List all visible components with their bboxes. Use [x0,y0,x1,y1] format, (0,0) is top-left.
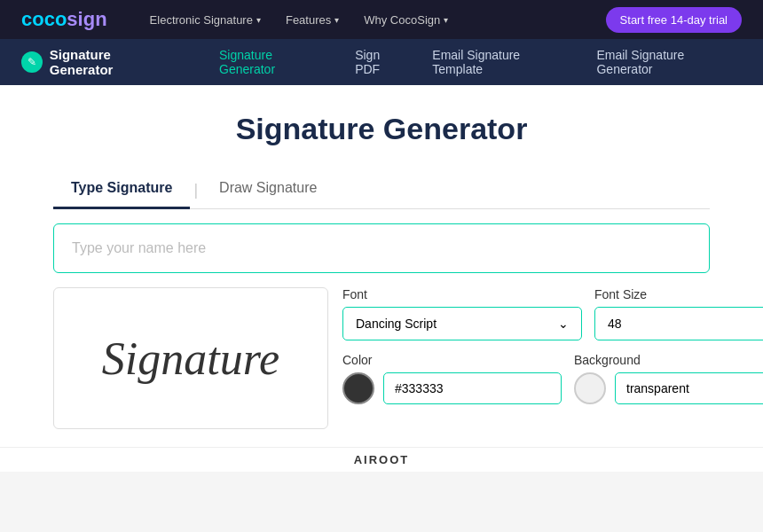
tab-divider: | [190,181,201,200]
sub-nav-links: Signature Generator Sign PDF Email Signa… [219,48,742,76]
chevron-down-icon: ▾ [444,15,448,25]
nav-link-why[interactable]: Why CocoSign ▾ [364,13,448,27]
chevron-down-icon: ▾ [256,15,261,25]
color-input[interactable] [383,372,562,404]
logo: cocosign [21,8,107,31]
color-swatch[interactable] [342,372,374,404]
font-size-value: 48 [608,317,622,331]
controls-panel: Font Dancing Script ⌄ Font Size 48 ⌄ [342,287,763,429]
font-size-field: Font Size 48 ⌄ [594,287,763,340]
font-select[interactable]: Dancing Script ⌄ [342,307,582,340]
color-label: Color [342,353,562,367]
signature-tabs: Type Signature | Draw Signature [53,171,710,209]
logo-sign: sign [67,8,106,30]
font-size-label: Font Size [594,287,763,301]
nav-link-features-label: Features [286,13,331,27]
brand-text: Signature Generator [50,47,177,77]
font-field: Font Dancing Script ⌄ [342,287,582,340]
chevron-down-icon: ⌄ [558,317,569,331]
font-label: Font [342,287,582,301]
color-field: Color [342,353,562,404]
pen-icon: ✎ [28,56,36,68]
main-content: Signature Generator Type Signature | Dra… [0,85,763,447]
controls-row: Signature Font Dancing Script ⌄ Font Siz… [53,287,710,429]
sub-nav: ✎ Signature Generator Signature Generato… [0,39,763,85]
subnav-email-signature-template[interactable]: Email Signature Template [432,48,571,76]
font-size-select[interactable]: 48 ⌄ [594,307,763,340]
signature-preview: Signature [53,287,328,429]
sub-nav-brand: ✎ Signature Generator [21,47,177,77]
background-field: Background [574,353,763,404]
subnav-sign-pdf[interactable]: Sign PDF [355,48,407,76]
nav-link-features[interactable]: Features ▾ [286,13,339,27]
font-controls: Font Dancing Script ⌄ Font Size 48 ⌄ [342,287,763,340]
background-input[interactable] [615,372,763,404]
color-input-row [342,372,562,404]
subnav-email-signature-generator[interactable]: Email Signature Generator [596,48,742,76]
name-input[interactable] [53,223,710,273]
tab-draw-signature[interactable]: Draw Signature [201,171,334,209]
trial-button[interactable]: Start free 14-day trial [606,7,742,33]
footer: AIROOT [0,447,763,472]
background-input-row [574,372,763,404]
page-title: Signature Generator [53,112,710,146]
nav-link-electronic-label: Electronic Signature [150,13,253,27]
top-nav-links: Electronic Signature ▾ Features ▾ Why Co… [150,13,578,27]
nav-link-why-label: Why CocoSign [364,13,440,27]
font-select-value: Dancing Script [356,317,437,331]
color-controls: Color Background ↑ [342,353,763,404]
background-swatch[interactable] [574,372,606,404]
brand-icon: ✎ [21,51,43,73]
top-nav: cocosign Electronic Signature ▾ Features… [0,0,763,39]
chevron-down-icon: ▾ [334,15,339,25]
footer-text: AIROOT [354,453,410,466]
background-label: Background [574,353,763,367]
preview-signature-text: Signature [102,332,279,385]
tab-type-signature[interactable]: Type Signature [53,171,190,209]
subnav-signature-generator[interactable]: Signature Generator [219,48,330,76]
logo-coco: coco [21,8,67,30]
nav-link-electronic[interactable]: Electronic Signature ▾ [150,13,261,27]
